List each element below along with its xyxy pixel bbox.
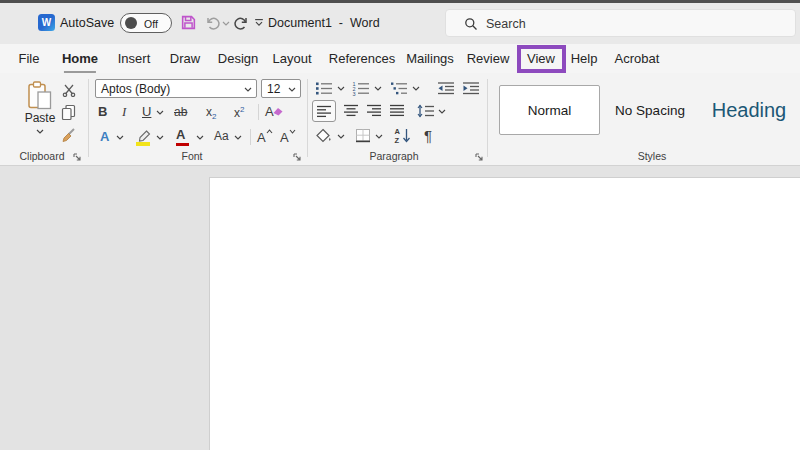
paste-dropdown-icon[interactable] (36, 129, 44, 134)
document-area (0, 166, 800, 450)
search-icon (464, 17, 478, 31)
paste-button-label[interactable]: Paste (25, 111, 56, 125)
change-case-dropdown-icon[interactable] (234, 135, 242, 140)
line-spacing-icon[interactable] (417, 104, 435, 118)
subscript-button[interactable]: x2 (206, 105, 216, 121)
save-icon[interactable] (180, 14, 197, 31)
style-heading-label: Heading (712, 99, 787, 122)
toggle-knob (125, 17, 137, 29)
font-family-value: Aptos (Body) (101, 82, 170, 96)
autosave-toggle[interactable]: Off (120, 13, 172, 33)
svg-text:Z: Z (395, 136, 400, 144)
font-family-dropdown-icon (244, 87, 252, 92)
font-family-combo[interactable]: Aptos (Body) (95, 79, 257, 98)
clipboard-group-label: Clipboard (20, 150, 65, 162)
font-dialog-launcher-icon[interactable] (292, 152, 302, 162)
style-no-spacing[interactable]: No Spacing (604, 85, 696, 135)
text-effects-dropdown-icon[interactable] (116, 135, 124, 140)
sort-icon[interactable]: A Z (394, 127, 411, 144)
word-window: W AutoSave Off Document1 - Word (0, 0, 800, 450)
bullets-icon[interactable] (315, 81, 333, 96)
highlight-dropdown-icon[interactable] (156, 135, 164, 140)
tab-design[interactable]: Design (218, 51, 258, 66)
tab-layout[interactable]: Layout (272, 51, 311, 66)
borders-icon[interactable] (355, 128, 371, 143)
cut-icon[interactable] (62, 83, 76, 97)
style-normal[interactable]: Normal (499, 85, 600, 135)
underline-dropdown-icon[interactable] (156, 110, 164, 115)
tab-review[interactable]: Review (467, 51, 510, 66)
superscript-button[interactable]: x2 (234, 105, 244, 120)
change-case-button[interactable]: Aa (214, 129, 229, 143)
underline-button[interactable]: U (142, 104, 151, 119)
format-painter-icon[interactable] (61, 127, 77, 143)
group-separator (487, 79, 488, 157)
multilevel-dropdown-icon[interactable] (412, 86, 420, 91)
document-title: Document1 - Word (268, 16, 380, 30)
mini-separator (258, 104, 259, 120)
align-right-icon[interactable] (366, 104, 382, 117)
group-separator (307, 79, 308, 157)
multilevel-list-icon[interactable] (390, 81, 408, 96)
search-box[interactable]: Search (445, 9, 796, 37)
justify-icon[interactable] (389, 104, 405, 117)
search-placeholder: Search (486, 17, 526, 31)
tab-references[interactable]: References (329, 51, 395, 66)
ribbon-tabs: File Home Insert Draw Design Layout Refe… (0, 44, 800, 73)
copy-icon[interactable] (61, 104, 76, 121)
tab-acrobat[interactable]: Acrobat (615, 51, 660, 66)
mini-separator (250, 129, 251, 145)
tab-mailings[interactable]: Mailings (406, 51, 454, 66)
increase-indent-icon[interactable] (462, 81, 480, 96)
tab-draw[interactable]: Draw (170, 51, 200, 66)
grow-font-button[interactable]: A (257, 129, 273, 145)
italic-button[interactable]: I (122, 104, 126, 120)
group-separator (88, 79, 89, 157)
tab-file[interactable]: File (19, 51, 40, 66)
customize-toolbar-icon[interactable] (253, 17, 265, 29)
numbering-icon[interactable]: 1 2 3 (352, 81, 370, 96)
tab-insert[interactable]: Insert (118, 51, 151, 66)
tab-home[interactable]: Home (62, 51, 98, 66)
undo-icon[interactable] (204, 15, 220, 31)
style-normal-label: Normal (528, 103, 572, 118)
paste-icon[interactable] (27, 81, 53, 110)
text-effects-button[interactable]: A (100, 129, 109, 144)
numbering-dropdown-icon[interactable] (374, 86, 382, 91)
align-left-button[interactable] (312, 100, 336, 122)
paragraph-group-label: Paragraph (369, 150, 418, 162)
bold-button[interactable]: B (98, 104, 107, 119)
strikethrough-button[interactable]: ab (174, 105, 187, 119)
shading-icon[interactable] (315, 128, 332, 144)
clear-formatting-button[interactable]: A (265, 104, 283, 119)
styles-group-label: Styles (638, 150, 667, 162)
decrease-indent-icon[interactable] (437, 81, 455, 96)
tab-help[interactable]: Help (571, 51, 598, 66)
word-app-icon[interactable]: W (38, 14, 55, 31)
redo-icon[interactable] (234, 15, 250, 31)
highlight-color-button[interactable] (136, 129, 151, 146)
view-tab-highlight-box (517, 45, 566, 73)
font-size-value: 12 (267, 82, 280, 96)
borders-dropdown-icon[interactable] (375, 134, 383, 139)
align-center-icon[interactable] (343, 104, 359, 117)
undo-dropdown-icon[interactable] (222, 21, 230, 26)
autosave-state: Off (144, 18, 158, 30)
style-heading[interactable]: Heading (700, 85, 798, 135)
shading-dropdown-icon[interactable] (337, 134, 345, 139)
autosave-label: AutoSave (60, 16, 114, 30)
paragraph-dialog-launcher-icon[interactable] (474, 152, 484, 162)
bullets-dropdown-icon[interactable] (337, 86, 345, 91)
font-size-combo[interactable]: 12 (261, 79, 301, 98)
line-spacing-dropdown-icon[interactable] (438, 109, 446, 114)
document-page[interactable] (209, 177, 800, 450)
style-no-spacing-label: No Spacing (615, 103, 685, 118)
ribbon: Paste Clipboard Aptos (Body) (0, 73, 800, 166)
show-formatting-button[interactable]: ¶ (424, 127, 432, 144)
font-color-button[interactable]: A (176, 127, 185, 142)
title-bar: W AutoSave Off Document1 - Word (0, 0, 800, 44)
font-size-dropdown-icon (288, 87, 296, 92)
font-color-dropdown-icon[interactable] (196, 135, 204, 140)
clipboard-dialog-launcher-icon[interactable] (72, 152, 82, 162)
shrink-font-button[interactable]: A (280, 129, 296, 145)
